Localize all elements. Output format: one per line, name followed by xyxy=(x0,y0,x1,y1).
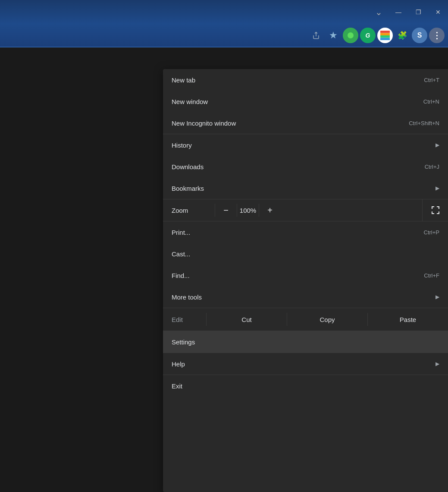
edit-row: Edit Cut Copy Paste xyxy=(163,308,448,331)
downloads-shortcut: Ctrl+J xyxy=(425,164,439,170)
grammarly-icon: G xyxy=(366,32,370,39)
zoom-plus-icon: + xyxy=(267,205,273,215)
new-tab-shortcut: Ctrl+T xyxy=(424,77,439,83)
history-item[interactable]: History ▶ xyxy=(163,134,448,156)
title-bar-controls: ⌄ — ❐ ✕ xyxy=(369,0,448,24)
profile-button[interactable]: S xyxy=(412,28,427,43)
zoom-label: Zoom xyxy=(163,207,215,214)
share-button[interactable] xyxy=(308,28,324,43)
bookmarks-label: Bookmarks xyxy=(172,185,432,192)
history-arrow-icon: ▶ xyxy=(435,142,439,148)
more-options-icon: ⋮ xyxy=(432,30,441,41)
new-incognito-shortcut: Ctrl+Shift+N xyxy=(409,120,439,126)
grammarly-button[interactable]: G xyxy=(360,28,376,43)
chrome-menu-button[interactable]: ⋮ xyxy=(429,28,445,43)
settings-label: Settings xyxy=(172,338,439,346)
cast-item[interactable]: Cast... xyxy=(163,243,448,265)
help-item[interactable]: Help ▶ xyxy=(163,353,448,375)
copy-button[interactable]: Copy xyxy=(287,308,367,331)
paste-label: Paste xyxy=(400,316,416,323)
help-arrow-icon: ▶ xyxy=(435,361,439,367)
menu-section-exit: Exit xyxy=(163,375,448,397)
new-window-label: New window xyxy=(172,98,423,105)
svg-rect-4 xyxy=(380,38,390,40)
exit-item[interactable]: Exit xyxy=(163,375,448,397)
zoom-minus-icon: − xyxy=(223,205,229,215)
zoom-in-button[interactable]: + xyxy=(259,199,281,221)
rainbow-icon xyxy=(380,31,390,40)
title-bar: ⌄ — ❐ ✕ xyxy=(0,0,448,24)
zoom-value-display: 100% xyxy=(237,207,259,214)
restore-button[interactable]: ❐ xyxy=(408,0,428,24)
bookmark-button[interactable]: ★ xyxy=(326,28,341,43)
cast-label: Cast... xyxy=(172,250,439,258)
cut-label: Cut xyxy=(241,316,251,323)
menu-section-settings: Settings xyxy=(163,331,448,353)
print-shortcut: Ctrl+P xyxy=(424,229,439,236)
bookmarks-item[interactable]: Bookmarks ▶ xyxy=(163,177,448,199)
help-label: Help xyxy=(172,360,432,368)
menu-section-browse: History ▶ Downloads Ctrl+J Bookmarks ▶ xyxy=(163,134,448,199)
bookmarks-arrow-icon: ▶ xyxy=(435,185,439,191)
chevron-down-button[interactable]: ⌄ xyxy=(369,0,388,24)
restore-icon: ❐ xyxy=(416,9,421,16)
new-incognito-item[interactable]: New Incognito window Ctrl+Shift+N xyxy=(163,112,448,134)
new-window-shortcut: Ctrl+N xyxy=(423,98,439,105)
close-icon: ✕ xyxy=(435,9,441,16)
downloads-label: Downloads xyxy=(172,163,425,170)
new-tab-label: New tab xyxy=(172,76,424,84)
new-incognito-label: New Incognito window xyxy=(172,120,409,127)
print-item[interactable]: Print... Ctrl+P xyxy=(163,221,448,243)
find-item[interactable]: Find... Ctrl+F xyxy=(163,265,448,286)
edit-label: Edit xyxy=(163,316,206,323)
puzzle-icon: 🧩 xyxy=(398,31,407,40)
menu-section-zoom: Zoom − 100% + xyxy=(163,199,448,221)
menu-section-help: Help ▶ xyxy=(163,353,448,375)
find-label: Find... xyxy=(172,272,424,279)
zoom-out-button[interactable]: − xyxy=(215,199,237,221)
menu-section-edit: Edit Cut Copy Paste xyxy=(163,308,448,331)
browser-toolbar: ★ G 🧩 S ⋮ xyxy=(0,24,448,47)
close-button[interactable]: ✕ xyxy=(428,0,448,24)
more-tools-item[interactable]: More tools ▶ xyxy=(163,286,448,308)
green-dot-icon xyxy=(348,32,354,38)
svg-rect-2 xyxy=(380,33,390,35)
background-content xyxy=(0,48,164,492)
find-shortcut: Ctrl+F xyxy=(424,272,439,279)
copy-label: Copy xyxy=(320,316,335,323)
star-icon: ★ xyxy=(329,30,338,41)
minimize-icon: — xyxy=(395,9,401,16)
profile-icon: S xyxy=(417,32,422,39)
print-label: Print... xyxy=(172,229,424,236)
cut-button[interactable]: Cut xyxy=(207,308,287,331)
share-icon xyxy=(312,32,320,39)
fullscreen-button[interactable] xyxy=(422,199,448,221)
exit-label: Exit xyxy=(172,382,439,390)
settings-item[interactable]: Settings xyxy=(163,331,448,353)
zoom-row: Zoom − 100% + xyxy=(163,199,448,221)
green-circle-button[interactable] xyxy=(343,28,358,43)
svg-rect-1 xyxy=(380,31,390,33)
new-tab-item[interactable]: New tab Ctrl+T xyxy=(163,69,448,91)
minimize-button[interactable]: — xyxy=(388,0,408,24)
more-tools-arrow-icon: ▶ xyxy=(435,294,439,300)
menu-section-tools: Print... Ctrl+P Cast... Find... Ctrl+F M… xyxy=(163,221,448,308)
extensions-button[interactable]: 🧩 xyxy=(395,28,410,43)
chrome-menu: New tab Ctrl+T New window Ctrl+N New Inc… xyxy=(163,69,448,492)
paste-button[interactable]: Paste xyxy=(368,308,448,331)
menu-section-new: New tab Ctrl+T New window Ctrl+N New Inc… xyxy=(163,69,448,134)
svg-rect-3 xyxy=(380,35,390,38)
fullscreen-icon xyxy=(431,205,440,215)
chevron-down-icon: ⌄ xyxy=(375,7,382,17)
history-label: History xyxy=(172,142,432,149)
new-window-item[interactable]: New window Ctrl+N xyxy=(163,91,448,112)
rainbow-extension-button[interactable] xyxy=(377,28,393,43)
more-tools-label: More tools xyxy=(172,293,432,301)
downloads-item[interactable]: Downloads Ctrl+J xyxy=(163,156,448,177)
